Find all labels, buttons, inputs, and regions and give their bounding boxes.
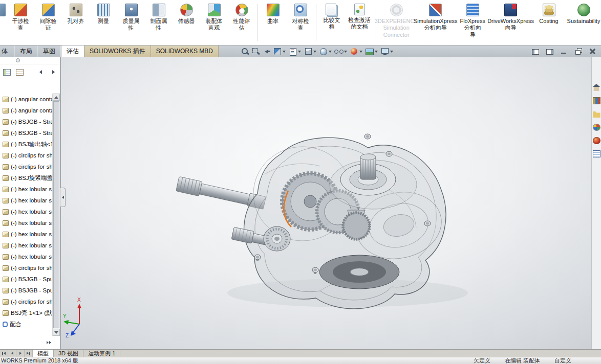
tab-3d-views[interactable]: 3D 视图 xyxy=(54,350,83,357)
tree-item[interactable]: (-) hex lobular s xyxy=(0,195,52,206)
tab-assembly-clipped[interactable]: 体 xyxy=(0,46,15,57)
scroll-track[interactable] xyxy=(53,101,60,329)
display-pane-tab[interactable] xyxy=(14,66,25,78)
ribbon-button-clearance-verify[interactable]: 间隙验 证 xyxy=(34,2,62,33)
hud-hide-show-items-button[interactable] xyxy=(334,46,349,57)
ribbon-button-curvature[interactable]: 曲率 xyxy=(259,2,287,26)
tree-item[interactable]: (-) circlips for sh xyxy=(0,262,52,274)
tab-model[interactable]: 模型 xyxy=(33,350,54,357)
expand-panel-button[interactable] xyxy=(45,339,53,346)
hud-view-orientation-button[interactable] xyxy=(303,46,318,57)
minimize-button[interactable] xyxy=(559,47,569,56)
tree-item[interactable]: (-) BSJGB - Strai xyxy=(0,116,52,127)
hud-annotation-view-button[interactable] xyxy=(288,46,303,57)
ribbon-button-label: 比较文 档 xyxy=(324,17,340,31)
hud-previous-view-button[interactable] xyxy=(262,46,272,57)
ribbon-button-compare-documents[interactable]: 比较文 档 xyxy=(318,2,346,32)
component-icon xyxy=(3,265,9,271)
tab-scroll-last-button[interactable] xyxy=(25,350,33,357)
tab-layout[interactable]: 布局 xyxy=(15,46,38,57)
scroll-up-button[interactable] xyxy=(53,94,60,101)
tab-solidworks-addins[interactable]: SOLIDWORKS 插件 xyxy=(84,46,151,57)
ribbon-button-floxpress[interactable]: FloXpress 分析向 导 xyxy=(455,2,490,40)
tab-scroll-first-button[interactable] xyxy=(0,350,8,357)
ribbon-button-icon xyxy=(267,4,280,16)
tree-item[interactable]: (-) BSJGB - Spur xyxy=(0,274,52,285)
ribbon-button-driveworksxpress[interactable]: DriveWorksXpress 向导 xyxy=(490,2,531,33)
restore-button[interactable] xyxy=(573,47,584,56)
tree-item[interactable]: (-) BSJGB - Strai xyxy=(0,127,52,139)
bottom-cover[interactable] xyxy=(319,255,399,289)
dock-pane-left-button[interactable] xyxy=(530,47,541,56)
tree-item[interactable]: 配合 xyxy=(0,318,52,330)
tab-motion-study[interactable]: 运动算例 1 xyxy=(83,350,120,357)
ribbon-button-sustainability[interactable]: Sustainability xyxy=(566,2,601,26)
taskpane-view-palette[interactable] xyxy=(592,123,601,131)
tab-scroll-next-button[interactable] xyxy=(16,350,25,357)
ribbon-button-simulationxpress[interactable]: SimulationXpress 分析向导 xyxy=(416,2,455,33)
hud-zoom-area-button[interactable] xyxy=(251,46,261,57)
ribbon-button-section-properties[interactable]: 剖面属 性 xyxy=(145,2,173,33)
hud-zoom-fit-button[interactable] xyxy=(240,46,250,57)
ribbon-button-assembly-visualization[interactable]: 装配体 直观 xyxy=(200,2,228,33)
ribbon-button-costing[interactable]: Costing xyxy=(531,2,566,26)
tab-sketch[interactable]: 草图 xyxy=(38,46,61,57)
taskpane-solidworks-resources[interactable] xyxy=(592,83,601,92)
ribbon-button-sensors[interactable]: 传感器 xyxy=(173,2,200,26)
tab-evaluate[interactable]: 评估 xyxy=(61,46,84,57)
close-button[interactable] xyxy=(587,47,598,56)
tree-item[interactable]: (-) hex lobular s xyxy=(0,217,52,229)
ribbon-button-3dexperience-connector[interactable]: 3DEXPERIENCE Simulation Connector xyxy=(377,2,416,40)
dock-pane-right-button[interactable] xyxy=(544,47,555,56)
hud-apply-scene-button[interactable] xyxy=(364,46,379,57)
hud-view-settings-button[interactable] xyxy=(380,46,395,57)
tree-item[interactable]: (-) BSJ旋紧端盖< xyxy=(0,172,52,184)
panel-prev-button[interactable] xyxy=(35,66,46,78)
ribbon-button-symmetry-check[interactable]: 对称检 查 xyxy=(287,2,314,33)
ribbon-button-icon xyxy=(42,4,55,16)
graphics-viewport[interactable]: X Y Z xyxy=(60,57,591,349)
tab-solidworks-mbd[interactable]: SOLIDWORKS MBD xyxy=(151,46,219,57)
ribbon-button-hole-alignment[interactable]: 孔对齐 xyxy=(62,2,90,26)
taskpane-custom-properties[interactable] xyxy=(592,150,601,158)
ribbon-button-interference-check[interactable]: 干涉检 查 xyxy=(7,2,34,33)
panel-next-button[interactable] xyxy=(48,66,59,78)
ribbon-button-check-active-document[interactable]: 检查激活 的文档 xyxy=(346,2,373,32)
tree-item[interactable]: (-) circlips for sh xyxy=(0,161,52,172)
scroll-thumb[interactable] xyxy=(53,101,59,328)
tree-item[interactable]: (-) hex lobular s xyxy=(0,251,52,262)
tree-item[interactable]: (-) BSJGB - Spur xyxy=(0,285,52,296)
tree-item[interactable]: (-) hex lobular s xyxy=(0,184,52,195)
panel-splitter[interactable] xyxy=(0,57,60,64)
ribbon-clipped-button[interactable] xyxy=(0,2,7,16)
tree-item[interactable]: (-) angular conta xyxy=(0,94,52,105)
tree-item[interactable]: (-) hex lobular s xyxy=(0,229,52,240)
taskpane-design-library[interactable] xyxy=(592,97,601,105)
right-arrow-icon xyxy=(27,352,29,355)
hud-edit-appearance-button[interactable] xyxy=(349,46,364,57)
hud-section-view-button[interactable] xyxy=(272,46,287,57)
tree-item[interactable]: (-) hex lobular s xyxy=(0,240,52,251)
customize-button[interactable]: 自定义 xyxy=(554,357,571,364)
tree-item[interactable]: (-) circlips for sh xyxy=(0,296,52,307)
tree-item[interactable]: (-) circlips for sh xyxy=(0,150,52,161)
ribbon-button-mass-properties[interactable]: 质量属 性 xyxy=(117,2,145,33)
tree-item[interactable]: (-) hex lobular s xyxy=(0,206,52,217)
ribbon-button-performance-evaluation[interactable]: 性能评 估 xyxy=(228,2,255,33)
feature-tree-tab[interactable] xyxy=(1,66,12,78)
tree-item[interactable]: (-) BSJ输出轴<1> xyxy=(0,139,52,150)
scroll-down-button[interactable] xyxy=(53,329,60,336)
ribbon-button-label: 测量 xyxy=(98,18,109,25)
tree-item[interactable]: (-) angular conta xyxy=(0,105,52,116)
orientation-triad: X Y Z xyxy=(63,297,81,338)
tree-item[interactable]: BSJ壳 1<1> (默 xyxy=(0,307,52,318)
tab-scroll-prev-button[interactable] xyxy=(8,350,16,357)
tree-scrollbar[interactable] xyxy=(52,94,60,336)
assembly-model-canvas[interactable]: X Y Z xyxy=(61,57,592,349)
taskpane-appearances[interactable] xyxy=(592,136,601,145)
ribbon-button-label: 干涉检 查 xyxy=(12,18,29,32)
taskpane-file-explorer[interactable] xyxy=(592,110,601,118)
hud-display-style-button[interactable] xyxy=(318,46,333,57)
ribbon-button-measure[interactable]: 测量 xyxy=(90,2,117,26)
collapsed-panel-tab[interactable] xyxy=(60,188,66,207)
